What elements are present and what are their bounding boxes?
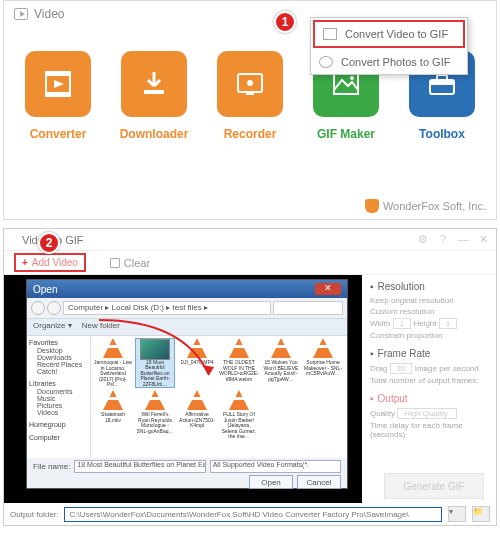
minimize-icon[interactable]: — bbox=[456, 233, 470, 246]
file-tile-selected[interactable]: 18 Most Beautiful Butterflies on Planet … bbox=[135, 338, 175, 388]
tree-music[interactable]: Music bbox=[29, 395, 88, 402]
step-badge-2: 2 bbox=[38, 232, 60, 254]
svg-marker-3 bbox=[54, 80, 64, 88]
step-badge-1: 1 bbox=[274, 11, 296, 33]
menu-item-label: Convert Video to GIF bbox=[345, 28, 448, 40]
tree-favorites[interactable]: Favorites bbox=[29, 338, 88, 347]
tree-recent[interactable]: Recent Places bbox=[29, 361, 88, 368]
dialog-titlebar[interactable]: Open ✕ bbox=[27, 280, 347, 298]
expand-icon[interactable]: ▪ bbox=[370, 348, 374, 359]
help-icon[interactable]: ? bbox=[436, 233, 450, 246]
tree-desktop[interactable]: Desktop bbox=[29, 347, 88, 354]
keep-resolution-option[interactable]: Keep original resolution bbox=[370, 296, 488, 305]
vlc-icon bbox=[100, 338, 126, 360]
cancel-button[interactable]: Cancel bbox=[297, 475, 341, 489]
downloader-icon bbox=[121, 51, 187, 117]
organize-button[interactable]: Organize ▾ bbox=[33, 321, 72, 333]
file-name: THE OLDEST WOLF IN THE WORLD-tuRG2E-t8MA… bbox=[219, 360, 259, 382]
vlc-icon bbox=[268, 338, 294, 360]
file-name: Jamiroquai - Live in Locarno, Switzerlan… bbox=[93, 360, 133, 388]
drag-label: Drag bbox=[370, 364, 387, 373]
output-path-input[interactable]: C:\Users\WonderFox\Documents\WonderFox S… bbox=[64, 507, 442, 522]
dimensions-row: Width 1 Height 1 bbox=[370, 318, 488, 329]
file-tile[interactable]: FULL Story Of Justin Bieber! (Jelayana, … bbox=[219, 390, 259, 440]
file-name: 15 Wolves You Won't BELIEVE Actually Exi… bbox=[261, 360, 301, 382]
height-label: Height bbox=[413, 319, 436, 328]
plus-icon: + bbox=[22, 257, 28, 268]
open-file-dialog: Open ✕ Computer ▸ Local Disk (D:) ▸ test… bbox=[26, 279, 348, 489]
width-input[interactable]: 1 bbox=[393, 318, 411, 329]
brand-label: WonderFox Soft, Inc. bbox=[383, 200, 486, 212]
quality-row: Quality High Quality bbox=[370, 408, 488, 419]
nav-forward-icon[interactable] bbox=[47, 301, 61, 315]
file-tile[interactable]: Will Ferrell's Ryan Reynolds Monologue -… bbox=[135, 390, 175, 440]
resolution-section: ▪Resolution Keep original resolution Cus… bbox=[370, 281, 488, 340]
filename-label: File name: bbox=[33, 462, 70, 471]
file-name: Surprise Home Makeover - SNL-mC5RvIAuW… bbox=[303, 360, 343, 377]
generate-gif-button[interactable]: Generate GIF bbox=[384, 473, 484, 499]
tree-homegroup[interactable]: Homegroup bbox=[29, 420, 88, 429]
open-button[interactable]: Open bbox=[249, 475, 293, 489]
fps-input[interactable]: 30 bbox=[390, 363, 413, 374]
file-tile[interactable]: Affirmative Action-lZN750J-K4mpl bbox=[177, 390, 217, 440]
clear-label: Clear bbox=[124, 257, 150, 269]
brand-footer: WonderFox Soft, Inc. bbox=[365, 199, 486, 213]
dialog-close-icon[interactable]: ✕ bbox=[315, 283, 341, 295]
menu-item-label: Convert Photos to GIF bbox=[341, 56, 450, 68]
tool-downloader[interactable]: Downloader bbox=[115, 51, 193, 141]
vlc-icon bbox=[226, 338, 252, 360]
open-folder-button[interactable]: 📁 bbox=[472, 506, 490, 522]
main-area: Open ✕ Computer ▸ Local Disk (D:) ▸ test… bbox=[4, 275, 496, 503]
menu-convert-photos-to-gif[interactable]: Convert Photos to GIF bbox=[311, 50, 467, 74]
custom-resolution-option[interactable]: Custom resolution bbox=[370, 307, 488, 316]
menu-convert-video-to-gif[interactable]: Convert Video to GIF bbox=[313, 20, 465, 48]
file-tile[interactable]: 15 Wolves You Won't BELIEVE Actually Exi… bbox=[261, 338, 301, 388]
vlc-icon bbox=[226, 390, 252, 412]
file-tile[interactable]: Skatetrash 18.mkv bbox=[93, 390, 133, 440]
dialog-body: Favorites Desktop Downloads Recent Place… bbox=[27, 336, 347, 458]
settings-icon[interactable]: ⚙ bbox=[416, 233, 430, 246]
add-video-label: Add Video bbox=[32, 257, 78, 268]
file-tile[interactable]: Surprise Home Makeover - SNL-mC5RvIAuW… bbox=[303, 338, 343, 388]
dialog-nav: Computer ▸ Local Disk (D:) ▸ test files … bbox=[27, 298, 347, 318]
dialog-search-input[interactable] bbox=[273, 301, 343, 315]
tree-downloads[interactable]: Downloads bbox=[29, 354, 88, 361]
format-select[interactable]: All Supported Video Formats(*. bbox=[210, 460, 341, 473]
tree-catch[interactable]: Catch! bbox=[29, 368, 88, 375]
nav-back-icon[interactable] bbox=[31, 301, 45, 315]
toolbar: + Add Video Clear bbox=[4, 251, 496, 275]
filename-input[interactable]: 18 Most Beautiful Butterflies on Planet … bbox=[74, 460, 205, 473]
tree-pictures[interactable]: Pictures bbox=[29, 402, 88, 409]
file-tile[interactable]: DJI_0476.MP4 bbox=[177, 338, 217, 388]
svg-rect-1 bbox=[46, 72, 70, 76]
browse-button[interactable]: ▾ bbox=[448, 506, 466, 522]
filmstrip-icon bbox=[323, 28, 337, 40]
tree-videos[interactable]: Videos bbox=[29, 409, 88, 416]
file-tile[interactable]: Jamiroquai - Live in Locarno, Switzerlan… bbox=[93, 338, 133, 388]
tool-recorder[interactable]: Recorder bbox=[211, 51, 289, 141]
top-panel: Video Convert Video to GIF Convert Photo… bbox=[3, 0, 497, 220]
file-name: Skatetrash 18.mkv bbox=[93, 412, 133, 423]
expand-icon[interactable]: ▪ bbox=[370, 393, 374, 404]
file-name: DJI_0476.MP4 bbox=[180, 360, 213, 366]
quality-select[interactable]: High Quality bbox=[397, 408, 457, 419]
dialog-tree[interactable]: Favorites Desktop Downloads Recent Place… bbox=[27, 336, 91, 458]
fps-unit: Image per second bbox=[415, 364, 479, 373]
preview-area: Open ✕ Computer ▸ Local Disk (D:) ▸ test… bbox=[4, 275, 362, 503]
tree-libraries[interactable]: Libraries bbox=[29, 379, 88, 388]
clear-button[interactable]: Clear bbox=[110, 257, 150, 269]
add-video-button[interactable]: + Add Video bbox=[14, 253, 86, 272]
new-folder-button[interactable]: New folder bbox=[82, 321, 120, 333]
video-context-menu: Convert Video to GIF Convert Photos to G… bbox=[310, 17, 468, 75]
tool-converter[interactable]: Converter bbox=[19, 51, 97, 141]
tree-documents[interactable]: Documents bbox=[29, 388, 88, 395]
height-input[interactable]: 1 bbox=[439, 318, 457, 329]
breadcrumb[interactable]: Computer ▸ Local Disk (D:) ▸ test files … bbox=[63, 301, 271, 315]
output-section: ▪Output Quality High Quality Time delay … bbox=[370, 393, 488, 439]
svg-point-9 bbox=[350, 76, 354, 80]
expand-icon[interactable]: ▪ bbox=[370, 281, 374, 292]
constrain-option[interactable]: Constrain proportion bbox=[370, 331, 488, 340]
file-tile[interactable]: THE OLDEST WOLF IN THE WORLD-tuRG2E-t8MA… bbox=[219, 338, 259, 388]
tree-computer[interactable]: Computer bbox=[29, 433, 88, 442]
close-icon[interactable]: ✕ bbox=[476, 233, 490, 246]
